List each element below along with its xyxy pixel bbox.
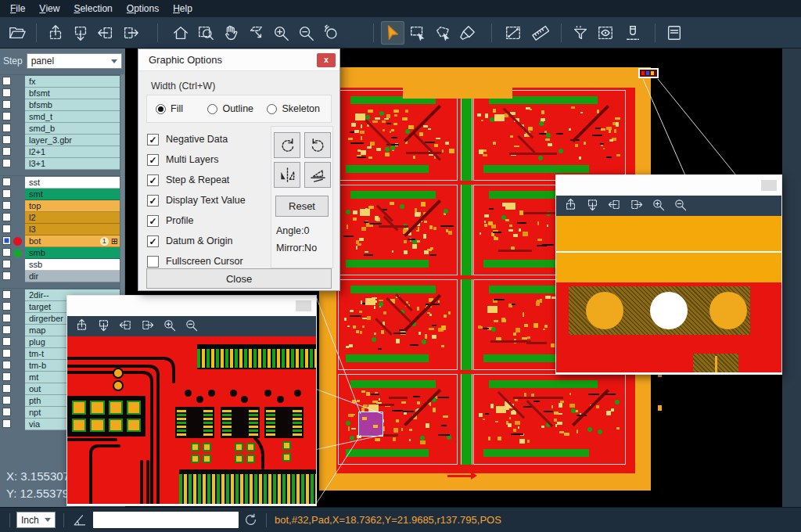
radio-fill[interactable]: Fill bbox=[156, 103, 207, 114]
layer-visibility-checkbox[interactable] bbox=[2, 159, 11, 167]
layer-visibility-checkbox[interactable] bbox=[2, 349, 11, 358]
layer-row-dir[interactable]: dir bbox=[0, 271, 125, 282]
zoom-window-view[interactable] bbox=[556, 216, 781, 372]
layer-visibility-checkbox[interactable] bbox=[2, 260, 11, 268]
layer-row-l3[interactable]: l3 bbox=[0, 224, 125, 235]
layer-visibility-checkbox[interactable] bbox=[2, 201, 11, 210]
rect-select-button[interactable] bbox=[406, 21, 429, 45]
pan-right-button[interactable] bbox=[141, 318, 154, 335]
layer-row-bfsmb[interactable]: bfsmb bbox=[0, 99, 125, 111]
layer-visibility-checkbox[interactable] bbox=[2, 396, 11, 404]
layer-row-fx[interactable]: fx bbox=[0, 76, 125, 88]
layer-row-smd_t[interactable]: smd_t bbox=[0, 111, 125, 123]
pan-down-button[interactable] bbox=[69, 21, 92, 45]
clear-select-button[interactable] bbox=[456, 21, 480, 45]
unit-select[interactable]: Inch bbox=[16, 512, 56, 528]
zoom-window-button[interactable] bbox=[194, 21, 217, 45]
pan-right-button[interactable] bbox=[119, 21, 142, 45]
menu-file[interactable]: File bbox=[3, 0, 32, 17]
pan-left-button[interactable] bbox=[119, 318, 132, 335]
layer-visibility-checkbox[interactable] bbox=[2, 372, 11, 381]
zoom-window-corner[interactable] bbox=[555, 174, 782, 375]
layer-visibility-checkbox[interactable] bbox=[2, 337, 11, 346]
open-file-button[interactable] bbox=[5, 21, 29, 45]
zoom-out-button[interactable] bbox=[673, 198, 687, 214]
layer-visibility-checkbox[interactable] bbox=[2, 408, 11, 416]
pan-left-button[interactable] bbox=[608, 198, 621, 214]
layer-row-smb[interactable]: smb bbox=[0, 247, 125, 259]
zoom-window-view[interactable] bbox=[67, 336, 316, 504]
layer-row-l3+1[interactable]: l3+1 bbox=[0, 158, 125, 170]
layer-visibility-checkbox[interactable] bbox=[2, 302, 11, 311]
rotate-ccw-button[interactable] bbox=[304, 132, 331, 158]
layer-visibility-checkbox[interactable] bbox=[2, 178, 11, 186]
pan-right-button[interactable] bbox=[630, 198, 643, 214]
layer-row-bfsmt[interactable]: bfsmt bbox=[0, 88, 125, 99]
view-options-button[interactable] bbox=[594, 21, 617, 45]
layer-visibility-checkbox[interactable] bbox=[2, 135, 11, 144]
zoom-home-button[interactable] bbox=[169, 21, 192, 45]
measure-button[interactable] bbox=[501, 21, 525, 45]
layer-visibility-checkbox[interactable] bbox=[2, 189, 11, 198]
layer-visibility-checkbox[interactable] bbox=[2, 225, 11, 233]
layer-panel-button[interactable] bbox=[663, 21, 686, 45]
zoom-object-button[interactable] bbox=[244, 21, 268, 45]
zoom-out-button[interactable] bbox=[294, 21, 318, 45]
pan-up-button[interactable] bbox=[44, 21, 67, 45]
layer-visibility-checkbox[interactable] bbox=[2, 271, 11, 280]
checkbox-step-repeat[interactable]: ✓Step & Repeat bbox=[147, 170, 246, 190]
zoom-window-titlebar[interactable] bbox=[556, 175, 781, 196]
layer-visibility-checkbox[interactable] bbox=[2, 325, 11, 334]
mirror-horizontal-button[interactable] bbox=[274, 162, 300, 188]
layer-visibility-checkbox[interactable] bbox=[2, 419, 11, 428]
layer-visibility-checkbox[interactable] bbox=[2, 100, 11, 109]
radio-skeleton[interactable]: Skeleton bbox=[267, 103, 331, 114]
layer-visibility-checkbox[interactable] bbox=[2, 147, 11, 156]
layer-row-top[interactable]: top bbox=[0, 200, 125, 212]
command-input[interactable] bbox=[93, 512, 239, 528]
layer-visibility-checkbox[interactable] bbox=[2, 361, 11, 369]
menu-options[interactable]: Options bbox=[120, 0, 166, 17]
dialog-titlebar[interactable]: Graphic Options x bbox=[138, 49, 339, 71]
reset-button[interactable]: Reset bbox=[275, 196, 329, 217]
menu-selection[interactable]: Selection bbox=[66, 0, 119, 17]
rotate-cw-button[interactable] bbox=[274, 132, 300, 158]
layer-row-sst[interactable]: sst bbox=[0, 177, 125, 189]
layer-row-l2[interactable]: l2 bbox=[0, 212, 125, 224]
layer-visibility-checkbox[interactable] bbox=[2, 124, 11, 132]
layer-visibility-checkbox[interactable] bbox=[2, 314, 11, 322]
mirror-vertical-button[interactable] bbox=[304, 162, 331, 188]
layer-visibility-checkbox[interactable] bbox=[2, 236, 11, 245]
zoom-previous-button[interactable] bbox=[319, 21, 343, 45]
layer-visibility-checkbox[interactable] bbox=[2, 88, 11, 97]
layer-row-ssb[interactable]: ssb bbox=[0, 259, 125, 271]
angle-mode-icon[interactable] bbox=[72, 512, 87, 527]
layer-visibility-checkbox[interactable] bbox=[2, 384, 11, 393]
checkbox-negative-data[interactable]: ✓Negative Data bbox=[147, 129, 246, 149]
close-button[interactable]: Close bbox=[146, 268, 332, 289]
zoom-out-button[interactable] bbox=[185, 318, 198, 335]
zoom-in-button[interactable] bbox=[163, 318, 176, 335]
radio-outline[interactable]: Outline bbox=[207, 103, 267, 114]
pan-hand-button[interactable] bbox=[219, 21, 242, 45]
zoom-window-titlebar[interactable] bbox=[67, 296, 316, 316]
snap-button[interactable] bbox=[621, 21, 645, 45]
ruler-button[interactable] bbox=[529, 21, 552, 45]
pan-up-button[interactable] bbox=[75, 318, 88, 335]
filter-button[interactable] bbox=[569, 21, 592, 45]
pan-down-button[interactable] bbox=[586, 198, 599, 214]
layer-visibility-checkbox[interactable] bbox=[2, 248, 11, 257]
layer-row-l2+1[interactable]: l2+1 bbox=[0, 146, 125, 158]
layer-visibility-checkbox[interactable] bbox=[2, 213, 11, 221]
menu-view[interactable]: View bbox=[32, 0, 66, 17]
zoom-in-button[interactable] bbox=[652, 198, 665, 214]
checkbox-multi-layers[interactable]: ✓Multi Layers bbox=[147, 149, 246, 170]
layer-row-bot[interactable]: bot1⊞ bbox=[0, 235, 125, 247]
zoom-window-detail[interactable] bbox=[66, 295, 317, 506]
polygon-select-button[interactable] bbox=[431, 21, 454, 45]
window-menu-button[interactable] bbox=[296, 300, 311, 311]
layer-row-layer_3.gbr[interactable]: layer_3.gbr bbox=[0, 135, 125, 146]
zoom-in-button[interactable] bbox=[269, 21, 293, 45]
checkbox-display-text-value[interactable]: ✓Display Text Value bbox=[147, 190, 246, 210]
layer-visibility-checkbox[interactable] bbox=[2, 77, 11, 85]
